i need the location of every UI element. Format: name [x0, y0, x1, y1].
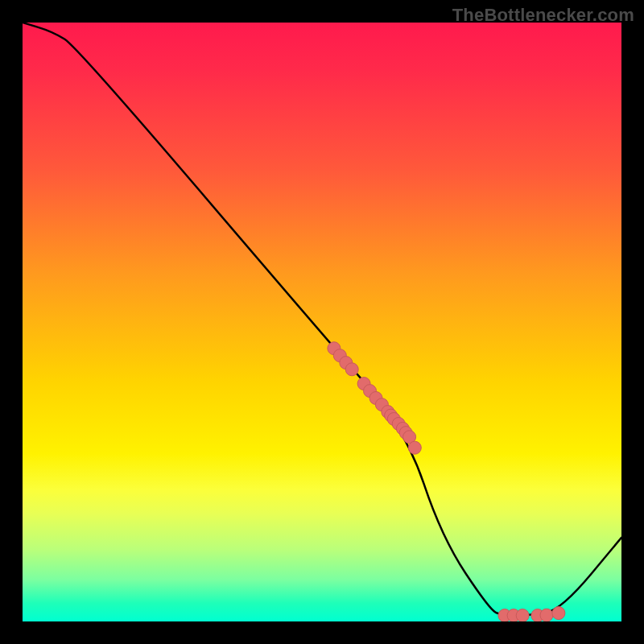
attribution-text: TheBottlenecker.com: [452, 5, 634, 26]
data-point: [345, 363, 358, 376]
data-point: [552, 607, 565, 620]
chart-stage: TheBottlenecker.com: [0, 0, 644, 644]
data-point: [408, 441, 421, 454]
scatter-points-group: [328, 342, 565, 621]
data-point: [516, 609, 529, 621]
data-point: [540, 609, 553, 621]
bottleneck-curve: [23, 23, 621, 616]
chart-svg: [23, 23, 621, 621]
chart-plot-area: [23, 23, 621, 621]
